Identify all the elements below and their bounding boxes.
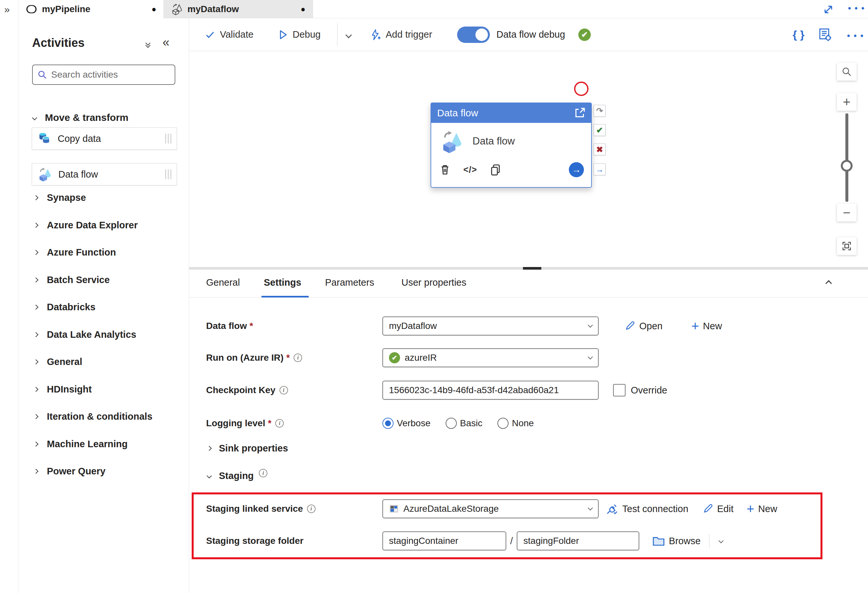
tab-mydataflow[interactable]: myDataflow ● [164, 0, 313, 18]
tab-user-properties[interactable]: User properties [402, 277, 466, 296]
node-failure-port[interactable]: ✖ [594, 143, 605, 155]
node-label: Data flow [472, 135, 515, 147]
debug-button[interactable]: Debug [278, 29, 320, 40]
expand-rail-icon[interactable]: » [4, 4, 10, 15]
pencil-icon [702, 503, 713, 514]
debug-dropdown-chevron[interactable] [346, 33, 351, 39]
info-icon[interactable]: i [275, 419, 284, 428]
category-azure-function[interactable]: Azure Function [34, 242, 175, 262]
category-iteration-conditionals[interactable]: Iteration & conditionals [34, 407, 175, 426]
row-run-on: Run on (Azure IR)* i ✔ azureIR [206, 348, 599, 367]
drag-handle[interactable] [165, 134, 171, 143]
dataflow-activity-node[interactable]: Data flow Data flow [431, 103, 592, 188]
new-linked-service-button[interactable]: + New [747, 503, 777, 514]
staging-container-input[interactable] [389, 535, 500, 546]
zoom-in-button[interactable]: + [837, 93, 856, 111]
trigger-bolt-icon [370, 29, 381, 41]
category-azure-data-explorer[interactable]: Azure Data Explorer [34, 215, 175, 235]
chevron-down-icon [207, 474, 212, 479]
category-general[interactable]: General [34, 352, 175, 372]
toolbar-more-icon[interactable]: • • • [847, 31, 864, 41]
code-view-icon[interactable]: { } [793, 28, 805, 41]
tab-mypipeline[interactable]: myPipeline ● [18, 0, 164, 18]
info-icon[interactable]: i [307, 504, 316, 513]
activity-copy-data[interactable]: Copy data [32, 127, 177, 150]
activity-data-flow[interactable]: Data flow [32, 163, 177, 186]
radio-verbose[interactable]: Verbose [382, 418, 431, 429]
checkpoint-field-label: Checkpoint Key [206, 385, 276, 395]
dataflow-icon [37, 167, 52, 182]
add-next-activity-button[interactable]: → [569, 162, 584, 177]
code-icon[interactable]: </> [464, 165, 477, 175]
integration-runtime-select[interactable]: ✔ azureIR [382, 348, 599, 367]
row-logging-level: Logging level* i Verbose Basic None [206, 415, 534, 431]
tab-settings[interactable]: Settings [264, 277, 301, 296]
info-icon[interactable]: i [259, 469, 267, 477]
expand-editor-icon[interactable] [823, 4, 834, 15]
category-batch-service[interactable]: Batch Service [34, 270, 175, 290]
delete-icon[interactable] [439, 164, 451, 176]
zoom-slider-track[interactable] [845, 114, 848, 202]
info-icon[interactable]: i [279, 386, 288, 394]
zoom-slider-thumb[interactable] [841, 160, 853, 172]
tab-general[interactable]: General [206, 277, 240, 296]
zoom-out-button[interactable]: − [837, 204, 856, 221]
search-input[interactable] [51, 69, 159, 80]
tab-parameters[interactable]: Parameters [325, 277, 374, 296]
tabstrip-more-icon[interactable]: • • • [848, 3, 865, 13]
category-data-lake-analytics[interactable]: Data Lake Analytics [34, 325, 175, 344]
section-sink-properties[interactable]: Sink properties [207, 443, 288, 454]
checkpoint-key-input[interactable] [389, 385, 592, 395]
fit-screen-icon [841, 240, 852, 252]
new-dataflow-button[interactable]: + New [691, 321, 722, 332]
clone-icon[interactable] [490, 164, 501, 176]
pipeline-canvas[interactable]: Data flow Data flow [189, 51, 868, 267]
override-checkbox[interactable] [613, 384, 626, 397]
tab-title: myPipeline [42, 4, 90, 15]
node-completion-port[interactable]: → [594, 164, 605, 175]
add-trigger-button[interactable]: Add trigger [370, 29, 432, 41]
staging-folder-input[interactable] [523, 535, 633, 546]
dataflow-select[interactable]: myDataflow [382, 317, 599, 335]
browse-options-chevron[interactable] [719, 538, 723, 544]
collapse-all-icon[interactable] [146, 41, 150, 47]
resize-handle[interactable] [523, 267, 541, 270]
node-success-port[interactable]: ✔ [594, 124, 605, 136]
info-icon[interactable]: i [294, 354, 302, 362]
copy-data-icon [37, 131, 52, 146]
radio-none[interactable]: None [497, 418, 534, 429]
checkpoint-key-input-wrap [382, 381, 599, 400]
path-separator: / [510, 535, 513, 546]
category-hdinsight[interactable]: HDInsight [34, 379, 175, 399]
zoom-to-fit-button[interactable] [837, 237, 856, 255]
test-connection-button[interactable]: Test connection [606, 503, 688, 515]
browse-button[interactable]: Browse [652, 535, 701, 546]
validate-button[interactable]: Validate [205, 29, 254, 40]
collapse-panel-chevron[interactable] [827, 281, 831, 287]
category-databricks[interactable]: Databricks [34, 297, 175, 317]
category-power-query[interactable]: Power Query [34, 461, 175, 481]
pipeline-toolbar: Validate Debug Add trigger Data flow deb… [189, 18, 868, 51]
drag-handle[interactable] [165, 170, 171, 179]
validate-check-icon [205, 30, 215, 40]
radio-basic[interactable]: Basic [446, 418, 482, 429]
section-staging[interactable]: Staging i [207, 471, 267, 481]
properties-panel-tabs: General Settings Parameters User propert… [189, 274, 868, 298]
dataflow-debug-toggle[interactable] [457, 27, 490, 43]
canvas-search-button[interactable] [837, 63, 856, 81]
panel-resize-divider[interactable] [189, 267, 868, 270]
storage-icon [389, 504, 399, 514]
staging-linked-service-select[interactable]: AzureDataLakeStorage [382, 499, 599, 518]
collapse-panel-icon[interactable]: « [162, 35, 170, 49]
plus-icon: + [747, 504, 754, 514]
edit-linked-service-button[interactable]: Edit [702, 503, 734, 514]
left-rail: » [0, 0, 18, 593]
category-synapse[interactable]: Synapse [34, 188, 175, 207]
group-move-transform[interactable]: Move & transform [33, 112, 128, 123]
node-redo-port[interactable]: ↷ [594, 105, 605, 117]
open-dataflow-icon[interactable] [574, 108, 585, 119]
open-dataflow-button[interactable]: Open [624, 320, 663, 332]
dataflow-icon [171, 3, 183, 15]
category-machine-learning[interactable]: Machine Learning [34, 434, 175, 454]
properties-icon[interactable] [818, 28, 831, 43]
